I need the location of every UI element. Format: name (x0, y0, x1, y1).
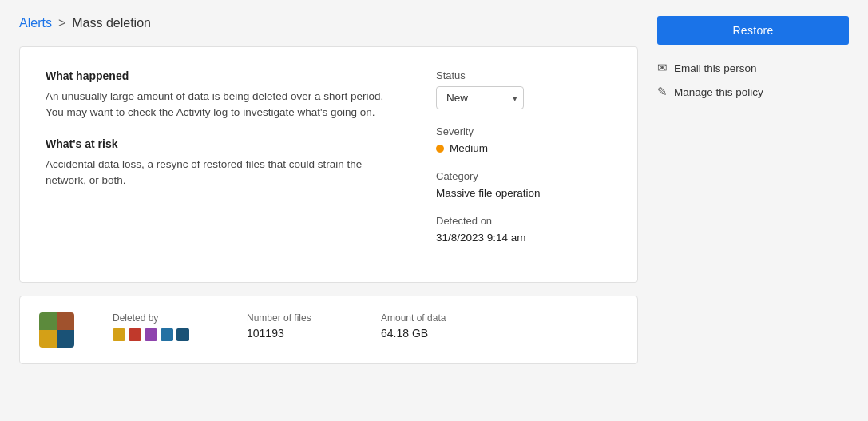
breadcrumb-parent[interactable]: Alerts (19, 16, 52, 30)
swatch-3 (145, 328, 157, 341)
avatar-col (39, 312, 74, 348)
email-label: Email this person (674, 62, 757, 74)
deleted-card: Deleted by Number of files 101193 Amount… (19, 296, 638, 364)
num-files-value: 101193 (247, 327, 343, 340)
email-icon: ✉ (657, 61, 668, 75)
severity-row: Medium (436, 142, 612, 154)
deleted-by-label: Deleted by (113, 312, 208, 324)
what-happened-text: An unusually large amount of data is bei… (46, 89, 404, 121)
amount-data-label: Amount of data (381, 312, 477, 324)
breadcrumb: Alerts > Mass deletion (19, 16, 638, 30)
severity-label: Severity (436, 125, 612, 137)
email-person-action[interactable]: ✉ Email this person (657, 56, 849, 80)
alert-description: What happened An unusually large amount … (46, 70, 404, 260)
status-select-wrapper[interactable]: New In progress Resolved Dismissed ▾ (436, 86, 524, 109)
num-files-col: Number of files 101193 (247, 312, 343, 340)
category-value: Massive file operation (436, 187, 612, 199)
color-swatches (113, 328, 208, 341)
swatch-4 (161, 328, 173, 341)
amount-data-value: 64.18 GB (381, 327, 477, 340)
restore-button[interactable]: Restore (657, 16, 849, 45)
severity-value: Medium (450, 142, 488, 154)
breadcrumb-separator: > (58, 16, 65, 30)
deleted-by-col: Deleted by (113, 312, 208, 341)
status-label: Status (436, 70, 612, 81)
whats-at-risk-title: What's at risk (46, 137, 404, 150)
num-files-label: Number of files (247, 312, 343, 324)
sidebar: Restore ✉ Email this person ✎ Manage thi… (657, 16, 849, 364)
category-label: Category (436, 170, 612, 182)
detected-on-label: Detected on (436, 215, 612, 227)
edit-icon: ✎ (657, 85, 668, 99)
swatch-2 (129, 328, 141, 341)
manage-policy-action[interactable]: ✎ Manage this policy (657, 80, 849, 104)
amount-data-col: Amount of data 64.18 GB (381, 312, 477, 340)
whats-at-risk-text: Accidental data loss, a resync of restor… (46, 157, 404, 189)
severity-dot (436, 145, 444, 153)
status-select[interactable]: New In progress Resolved Dismissed (436, 86, 524, 109)
alert-card: What happened An unusually large amount … (19, 46, 638, 283)
detected-on-value: 31/8/2023 9:14 am (436, 232, 612, 244)
swatch-1 (113, 328, 125, 341)
what-happened-title: What happened (46, 70, 404, 82)
alert-details: Status New In progress Resolved Dismisse… (436, 70, 612, 260)
avatar (39, 312, 74, 348)
swatch-5 (176, 328, 189, 341)
breadcrumb-current: Mass deletion (72, 16, 151, 30)
manage-label: Manage this policy (674, 86, 763, 98)
